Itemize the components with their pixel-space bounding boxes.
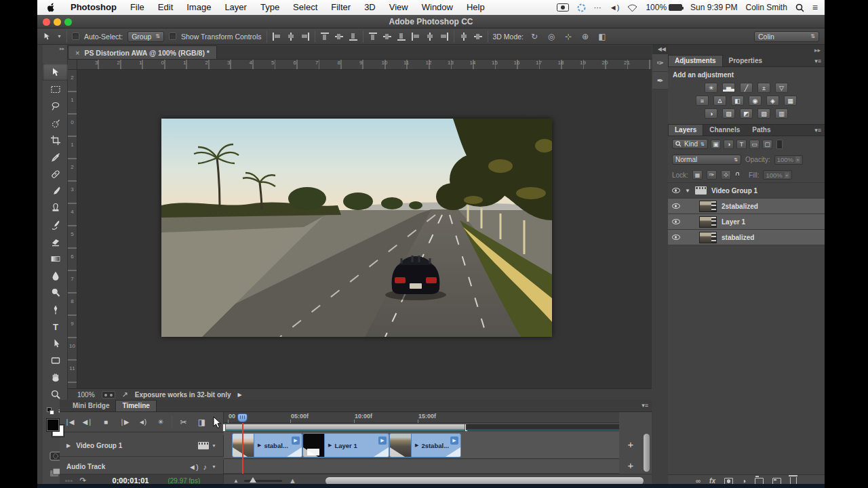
previous-frame-button[interactable]: ◀❘ [78, 418, 96, 426]
split-at-playhead-button[interactable]: ✂ [174, 418, 193, 427]
clip-expand-icon[interactable]: ▶ [328, 443, 332, 448]
timeline-horizontal-scrollbar[interactable] [326, 477, 644, 485]
panel-menu-icon[interactable]: ▾≡ [814, 58, 821, 64]
menu-item[interactable]: Help [460, 0, 492, 15]
visibility-eye-icon[interactable] [672, 235, 680, 240]
panel-menu-icon[interactable]: ▾≡ [642, 402, 648, 409]
menu-item[interactable]: View [382, 0, 415, 15]
distribute-horizontal-spacing-icon[interactable] [459, 33, 469, 41]
layer-thumbnail[interactable] [699, 232, 717, 243]
align-horizontal-centers-icon[interactable] [286, 33, 296, 41]
mute-audio-button[interactable]: ◄) [133, 418, 151, 426]
workspace-dropdown[interactable]: Colin ⇅ [754, 31, 819, 42]
crop-tool[interactable] [43, 131, 68, 148]
menu-item[interactable]: Layer [218, 0, 254, 15]
layer-thumbnail[interactable] [699, 216, 717, 228]
timeline-settings-button[interactable]: ✳ [151, 418, 170, 426]
battery-indicator[interactable]: 100% [646, 3, 682, 12]
align-vertical-centers-icon[interactable] [334, 33, 344, 41]
3d-roll-icon[interactable]: ◎ [545, 32, 557, 41]
collapse-dock-icon[interactable]: ▸▸ [814, 47, 821, 54]
work-area-start-handle[interactable] [222, 424, 226, 432]
video-track-icon[interactable] [198, 442, 209, 449]
clip-filters-badge[interactable]: ▶ [378, 436, 387, 445]
distribute-vertical-spacing-icon[interactable] [473, 33, 483, 41]
horizontal-ruler[interactable]: 3 2 1 0 1 2 3 4 5 6 7 8 9 10 11 12 [77, 60, 652, 70]
path-selection-tool[interactable] [43, 335, 68, 352]
filter-pixel-layers-icon[interactable]: ▣ [711, 140, 721, 149]
zoom-level[interactable]: 100% [77, 391, 95, 399]
video-track-label[interactable]: ▶ Video Group 1 ▼ [60, 435, 224, 457]
tab-adjustments[interactable]: Adjustments [668, 55, 723, 66]
dots-status-icon[interactable]: ⋯ [594, 3, 601, 12]
playhead-handle[interactable] [237, 413, 248, 422]
visibility-eye-icon[interactable] [672, 203, 680, 209]
3d-drag-icon[interactable]: ⊹ [562, 32, 574, 41]
share-icon[interactable]: ↗ [122, 390, 128, 399]
sync-icon[interactable] [577, 3, 586, 12]
tab-channels[interactable]: Channels [703, 125, 746, 136]
track-menu-arrow-icon[interactable]: ▼ [212, 443, 216, 448]
play-button[interactable]: ■ [96, 418, 115, 426]
quick-selection-tool[interactable] [43, 115, 68, 131]
color-balance-icon[interactable]: Δ [713, 96, 726, 106]
layer-row-group[interactable]: ▼ Video Group 1 [668, 183, 825, 199]
menu-item[interactable]: Type [254, 0, 286, 15]
add-audio-to-track-button[interactable]: + [619, 460, 642, 471]
black-white-icon[interactable]: ◧ [731, 96, 744, 106]
add-media-to-video-track-button[interactable]: + [619, 439, 642, 450]
move-tool[interactable] [43, 64, 68, 81]
opacity-value[interactable]: 100% ▾ [774, 155, 803, 165]
layer-row[interactable]: stabalized [668, 230, 825, 245]
layer-filter-kind-dropdown[interactable]: Kind ⇅ [672, 139, 708, 149]
menu-item[interactable]: Filter [324, 0, 357, 15]
menu-item[interactable]: Photoshop [64, 0, 123, 15]
gradient-map-icon[interactable]: ▧ [757, 108, 770, 119]
eyedropper-tool[interactable] [43, 148, 68, 165]
menu-item[interactable]: Image [180, 0, 218, 15]
menu-clock[interactable]: Sun 9:39 PM [690, 3, 737, 12]
lock-transparent-pixels-icon[interactable]: ▦ [692, 170, 703, 180]
render-video-icon[interactable]: ▫▫▫ [65, 478, 73, 484]
3d-camera-icon[interactable]: ◧ [596, 32, 608, 41]
clip-filters-badge[interactable]: ▶ [292, 436, 300, 445]
filter-shape-layers-icon[interactable]: ▭ [749, 140, 760, 149]
expand-track-icon[interactable]: ▶ [66, 443, 71, 449]
video-track[interactable]: ▶ stabal... ▶ ▶ Layer 1 ▶ [224, 432, 619, 459]
volume-icon[interactable]: ◄) [610, 3, 620, 12]
expand-panels-icon[interactable]: ◀◀ [652, 45, 668, 54]
menu-user[interactable]: Colin Smith [745, 3, 787, 12]
music-note-icon[interactable]: ♪ [203, 463, 208, 471]
window-title-bar[interactable]: Adobe Photoshop CC [37, 15, 825, 28]
threshold-icon[interactable]: ◩ [740, 108, 753, 119]
apple-menu[interactable] [37, 3, 64, 13]
timeline-ruler[interactable]: 00 05:00f 10:00f 15:00f [224, 412, 619, 423]
minimize-window-button[interactable] [54, 18, 61, 26]
align-right-edges-icon[interactable] [300, 33, 310, 41]
canvas-image[interactable] [161, 119, 552, 337]
clip-fade-out-handle[interactable] [287, 447, 302, 457]
expand-group-icon[interactable]: ▼ [685, 188, 690, 194]
menu-item[interactable]: Select [286, 0, 324, 15]
timeline-clip[interactable]: ▶ Layer 1 ▶ [302, 433, 389, 458]
distribute-right-edges-icon[interactable] [439, 33, 449, 41]
channel-mixer-icon[interactable]: ◈ [766, 96, 779, 106]
align-left-edges-icon[interactable] [272, 33, 281, 41]
pen-tool[interactable] [43, 301, 68, 318]
track-menu-arrow-icon[interactable]: ▼ [212, 464, 216, 469]
distribute-top-edges-icon[interactable] [368, 33, 378, 41]
tool-preset-arrow-icon[interactable]: ▼ [57, 34, 62, 39]
new-group-icon[interactable] [755, 478, 764, 485]
exposure-32bit-icon[interactable] [102, 391, 115, 399]
close-window-button[interactable] [43, 18, 50, 26]
clip-expand-icon[interactable]: ▶ [258, 443, 261, 448]
tab-layers[interactable]: Layers [668, 124, 703, 136]
timeline-clip[interactable]: ▶ 2stabal... ▶ [389, 433, 461, 458]
notification-center-icon[interactable]: ≡ [812, 2, 818, 13]
distribute-bottom-edges-icon[interactable] [397, 33, 406, 41]
auto-select-checkbox[interactable] [72, 33, 79, 40]
lock-image-pixels-icon[interactable]: ✑ [707, 170, 717, 180]
marquee-tool[interactable] [43, 81, 68, 98]
menu-item[interactable]: 3D [357, 0, 382, 15]
clip-expand-icon[interactable]: ▶ [415, 443, 418, 448]
